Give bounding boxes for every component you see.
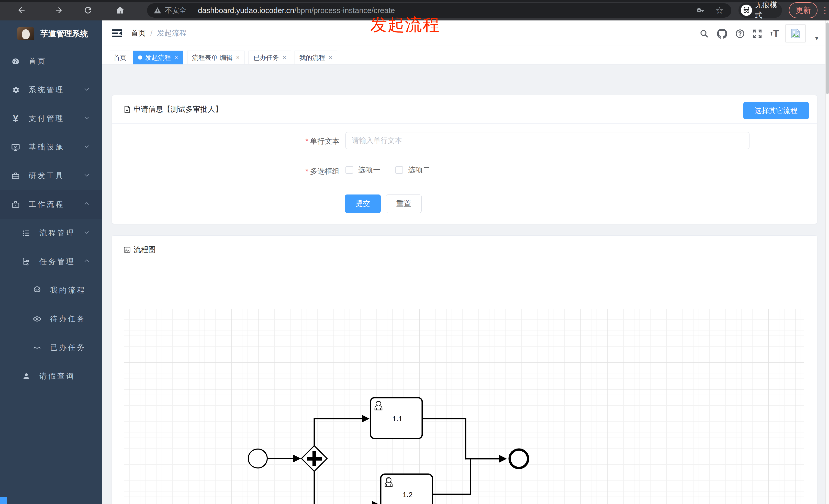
breadcrumb-home[interactable]: 首页 (131, 28, 146, 38)
checkbox-icon[interactable] (395, 166, 403, 174)
close-icon[interactable]: × (236, 54, 240, 61)
breadcrumb-separator: / (150, 29, 152, 38)
sidebar-item-label: 支付管理 (29, 114, 65, 124)
avatar-caret-icon[interactable]: ▾ (815, 35, 818, 42)
sidebar-item-process-management[interactable]: 流程管理 (0, 219, 102, 247)
bpmn-diagram: 1.1 1.2 (124, 309, 804, 504)
sidebar-scroll-indicator (0, 497, 7, 504)
chevron-down-icon (83, 86, 90, 94)
flow-chart-card-header: 流程图 (112, 236, 817, 264)
tab-home[interactable]: 首页 (110, 51, 130, 65)
briefcase-icon (11, 200, 20, 209)
chevron-down-icon (83, 229, 90, 237)
sidebar-item-infrastructure[interactable]: 基础设施 (0, 133, 102, 161)
annotation-text: 发起流程 (370, 13, 440, 36)
font-size-icon[interactable]: TT (769, 28, 780, 39)
password-key-icon[interactable] (696, 6, 705, 15)
scrollbar-thumb[interactable] (826, 23, 829, 94)
flow-chart-card: 流程图 (112, 235, 817, 504)
flow-gateway-to-task1 (314, 419, 362, 445)
tab-done-tasks[interactable]: 已办任务 × (249, 51, 291, 65)
flow-task2-merge (433, 459, 470, 494)
browser-menu-icon[interactable]: ⋮ (820, 4, 829, 17)
user-icon (22, 372, 31, 381)
not-secure-label[interactable]: 不安全 (165, 6, 186, 15)
url-text[interactable]: dashboard.yudao.iocoder.cn/bpm/process-i… (198, 6, 696, 15)
tag-view-bar: 首页 发起流程 × 流程表单-编辑 × 已办任务 × 我的流程 × (102, 46, 829, 65)
tab-process-form-edit[interactable]: 流程表单-编辑 × (187, 51, 245, 65)
bpmn-start-event[interactable] (248, 449, 267, 468)
top-navbar: 首页 / 发起流程 TT ▾ (102, 21, 829, 46)
arrowhead (362, 415, 369, 423)
org-tree-icon (22, 257, 31, 266)
sidebar-item-payment[interactable]: ¥ 支付管理 (0, 104, 102, 133)
broken-image-icon (790, 28, 801, 39)
main-area: 首页 / 发起流程 TT ▾ 首页 发起流程 × (102, 21, 829, 504)
task-label: 1.1 (393, 415, 402, 423)
app-logo-row[interactable]: 芋道管理系统 (0, 21, 102, 47)
checkbox-option-2[interactable]: 选项二 (395, 165, 430, 175)
flow-chart-title: 流程图 (134, 244, 156, 255)
required-marker: * (305, 137, 309, 145)
sidebar-item-todo-tasks[interactable]: 待办任务 (0, 305, 102, 333)
sidebar-collapse-icon[interactable] (111, 28, 123, 39)
checkbox-option-1[interactable]: 选项一 (346, 165, 381, 175)
close-icon[interactable]: × (283, 54, 286, 61)
sidebar-item-label: 研发工具 (29, 171, 65, 181)
sidebar-item-devtools[interactable]: 研发工具 (0, 161, 102, 190)
github-icon[interactable] (717, 28, 728, 39)
page-content: 申请信息【测试多审批人】 选择其它流程 *单行文本 *多选框组 选项一 选项二 … (102, 65, 829, 504)
app-title: 芋道管理系统 (40, 28, 88, 39)
browser-reload-button[interactable] (82, 5, 94, 16)
chevron-up-icon (83, 200, 90, 209)
sidebar-item-label: 任务管理 (39, 257, 75, 267)
arrowhead (372, 501, 380, 504)
breadcrumb-current: 发起流程 (157, 28, 187, 38)
fullscreen-icon[interactable] (752, 28, 763, 39)
yen-icon: ¥ (11, 114, 20, 123)
sidebar-item-done-tasks[interactable]: 已办任务 (0, 333, 102, 362)
bpmn-end-event[interactable] (510, 450, 528, 468)
document-icon (123, 106, 131, 113)
sidebar-item-label: 系统管理 (29, 85, 65, 95)
app-logo (17, 27, 34, 40)
bpmn-canvas[interactable]: 1.1 1.2 (124, 309, 804, 504)
sidebar-item-label: 待办任务 (50, 314, 86, 324)
arrowhead (293, 455, 301, 462)
search-icon[interactable] (698, 28, 710, 39)
tab-start-process[interactable]: 发起流程 × (133, 51, 183, 65)
browser-home-button[interactable] (114, 5, 126, 16)
incognito-icon (741, 4, 752, 16)
submit-button[interactable]: 提交 (345, 194, 381, 213)
sidebar-item-my-process[interactable]: 我的流程 (0, 276, 102, 305)
sidebar-item-label: 已办任务 (50, 343, 86, 353)
browser-forward-button[interactable] (53, 5, 65, 16)
checkbox-icon[interactable] (346, 166, 353, 174)
avatar[interactable] (786, 25, 805, 42)
monitor-icon (11, 143, 20, 152)
sidebar-item-system[interactable]: 系统管理 (0, 76, 102, 104)
page-scrollbar[interactable] (825, 21, 829, 504)
apply-info-title: 申请信息【测试多审批人】 (134, 104, 222, 115)
sidebar-item-label: 请假查询 (39, 371, 75, 381)
reset-button[interactable]: 重置 (386, 194, 422, 213)
sidebar-item-leave-query[interactable]: 请假查询 (0, 362, 102, 390)
close-icon[interactable]: × (329, 54, 332, 61)
sidebar: 芋道管理系统 首页 系统管理 ¥ 支付管理 基础设施 研发工具 工作流程 流程管… (0, 21, 102, 504)
toolbox-icon (11, 171, 20, 180)
tab-my-process[interactable]: 我的流程 × (295, 51, 337, 65)
help-icon[interactable] (734, 28, 746, 39)
eye-icon (33, 315, 41, 323)
select-other-process-button[interactable]: 选择其它流程 (743, 102, 809, 119)
close-icon[interactable]: × (174, 54, 178, 61)
bookmark-star-icon[interactable]: ☆ (716, 5, 724, 16)
sidebar-item-home[interactable]: 首页 (0, 47, 102, 76)
browser-back-button[interactable] (16, 5, 27, 16)
sidebar-item-workflow[interactable]: 工作流程 (0, 190, 102, 219)
browser-update-button[interactable]: 更新 (789, 2, 818, 18)
flow-gateway-to-task2 (314, 472, 372, 504)
sidebar-item-task-management[interactable]: 任务管理 (0, 247, 102, 276)
single-line-text-input[interactable] (346, 132, 750, 149)
active-tab-dot (138, 55, 142, 60)
browser-tabstrip (0, 0, 829, 2)
